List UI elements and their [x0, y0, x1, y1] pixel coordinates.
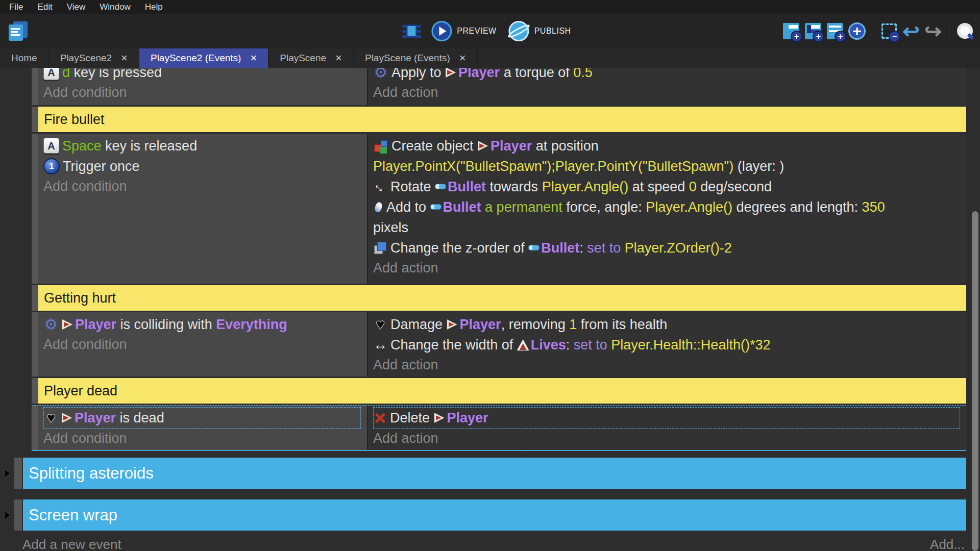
tab-playscene2-events-[interactable]: PlayScene2 (Events)×: [139, 48, 268, 68]
minus-badge-icon: −: [889, 31, 900, 42]
remove-event-icon[interactable]: −: [879, 21, 899, 41]
keyboard-icon: [43, 68, 59, 80]
condition-line[interactable]: d key is pressed: [43, 68, 364, 83]
event-group-row[interactable]: Splitting asteroids: [14, 458, 966, 489]
event-row[interactable]: d key is pressedAdd conditionApply to Pl…: [32, 68, 966, 105]
add-subevent-icon[interactable]: +: [803, 21, 823, 41]
publish-button[interactable]: PUBLISH: [534, 27, 571, 36]
text-segment: Player: [458, 68, 500, 80]
debug-icon[interactable]: [402, 21, 421, 41]
add-button[interactable]: Add...: [930, 537, 965, 551]
comment-row[interactable]: Fire bullet: [32, 107, 966, 132]
search-icon[interactable]: [955, 21, 975, 41]
rotate-icon: [373, 180, 387, 194]
lives-icon: [517, 339, 529, 350]
menu-view[interactable]: View: [60, 0, 93, 14]
physics-icon: [43, 316, 59, 333]
action-line[interactable]: Apply to Player a torque of 0.5: [373, 68, 963, 83]
add-action-button[interactable]: Add action: [373, 429, 963, 448]
text-segment: 0: [689, 179, 697, 194]
close-icon[interactable]: ×: [121, 53, 128, 64]
toolbar-separator: [873, 21, 873, 41]
condition-line[interactable]: Trigger once: [43, 156, 364, 177]
tab-playscene-events-[interactable]: PlayScene (Events)×: [354, 48, 478, 68]
event-row[interactable]: Player is deadAdd conditionDelete Player…: [32, 405, 966, 451]
add-action-button[interactable]: Add action: [373, 83, 963, 102]
add-circle-icon[interactable]: +: [847, 21, 867, 41]
menu-window[interactable]: Window: [92, 0, 137, 14]
text-segment: Everything: [216, 317, 287, 332]
preview-play-icon[interactable]: [431, 21, 452, 41]
comment-row[interactable]: Player dead: [32, 378, 966, 404]
add-condition-button[interactable]: Add condition: [43, 83, 364, 102]
comment-text: Getting hurt: [38, 285, 966, 311]
action-line[interactable]: Create object Player at position Player.…: [373, 136, 963, 177]
tab-playscene[interactable]: PlayScene×: [268, 48, 354, 68]
tab-home[interactable]: Home: [0, 48, 49, 68]
plus-badge-icon: +: [813, 31, 824, 42]
action-line[interactable]: Change the z-order of Bullet: set to Pla…: [373, 238, 963, 258]
drag-handle[interactable]: [32, 378, 38, 404]
action-line[interactable]: Rotate Bullet towards Player.Angle() at …: [373, 177, 963, 197]
condition-line[interactable]: Player is dead: [43, 407, 361, 429]
drag-handle[interactable]: [32, 285, 38, 311]
events-rows: d key is pressedAdd conditionApply to Pl…: [0, 68, 980, 531]
vertical-scrollbar[interactable]: [972, 211, 978, 551]
menu-edit[interactable]: Edit: [30, 0, 59, 14]
drag-handle[interactable]: [32, 312, 38, 377]
plus-badge-icon: +: [791, 31, 802, 42]
ship-icon: [477, 140, 488, 152]
tab-playscene2[interactable]: PlayScene2×: [49, 48, 139, 68]
action-line[interactable]: Add to Bullet a permanent force, angle: …: [373, 197, 963, 238]
event-row[interactable]: Space key is releasedTrigger onceAdd con…: [32, 134, 966, 284]
ship-icon: [62, 319, 73, 330]
text-segment: Apply to: [391, 68, 445, 80]
text-segment: 1: [569, 317, 577, 332]
drag-handle[interactable]: [32, 405, 38, 450]
text-segment: key is released: [102, 138, 198, 154]
tab-label: Home: [11, 53, 37, 64]
expand-arrow-icon[interactable]: [5, 469, 10, 478]
expand-arrow-icon[interactable]: [5, 511, 10, 519]
tab-label: PlayScene2 (Events): [151, 53, 241, 64]
gdevelop-logo-icon[interactable]: [6, 19, 30, 43]
add-condition-button[interactable]: Add condition: [43, 177, 364, 196]
drag-handle[interactable]: [32, 134, 38, 284]
text-segment: :: [579, 240, 587, 256]
add-event-icon[interactable]: +: [781, 21, 801, 41]
event-row[interactable]: Player is colliding with EverythingAdd c…: [32, 312, 966, 377]
drag-handle[interactable]: [14, 458, 22, 489]
condition-line[interactable]: Space key is released: [43, 136, 364, 156]
redo-icon[interactable]: ↪: [923, 21, 943, 41]
drag-handle[interactable]: [32, 107, 38, 132]
add-action-button[interactable]: Add action: [373, 355, 963, 374]
close-icon[interactable]: ×: [250, 53, 257, 64]
close-icon[interactable]: ×: [459, 53, 466, 64]
text-segment: Bullet: [448, 179, 486, 194]
action-line[interactable]: Delete Player: [373, 407, 960, 429]
event-group-row[interactable]: Screen wrap: [14, 499, 966, 531]
action-line[interactable]: Change the width of Lives: set to Player…: [373, 335, 963, 355]
drag-handle[interactable]: [32, 68, 38, 105]
actions-panel: Create object Player at position Player.…: [368, 134, 966, 284]
preview-button[interactable]: PREVIEW: [457, 27, 496, 36]
add-comment-icon[interactable]: +: [825, 21, 845, 41]
add-condition-button[interactable]: Add condition: [43, 335, 364, 354]
undo-icon[interactable]: ↩: [901, 21, 921, 41]
tab-bar: HomePlayScene2×PlayScene2 (Events)×PlayS…: [0, 48, 980, 68]
close-icon[interactable]: ×: [335, 53, 342, 64]
drag-handle[interactable]: [14, 499, 22, 531]
publish-planet-icon[interactable]: [509, 21, 529, 41]
menu-help[interactable]: Help: [138, 0, 170, 14]
add-action-button[interactable]: Add action: [373, 258, 963, 278]
conditions-panel: Player is deadAdd condition: [38, 405, 367, 450]
add-condition-button[interactable]: Add condition: [43, 429, 364, 448]
text-segment: pixels: [373, 220, 408, 235]
menu-file[interactable]: File: [2, 0, 30, 14]
action-line[interactable]: Damage Player, removing 1 from its healt…: [373, 314, 963, 335]
comment-row[interactable]: Getting hurt: [32, 285, 966, 311]
condition-line[interactable]: Player is colliding with Everything: [43, 314, 364, 335]
zorder-icon: [373, 241, 387, 255]
text-segment: , removing: [501, 317, 570, 332]
add-new-event-button[interactable]: Add a new event: [22, 537, 121, 551]
